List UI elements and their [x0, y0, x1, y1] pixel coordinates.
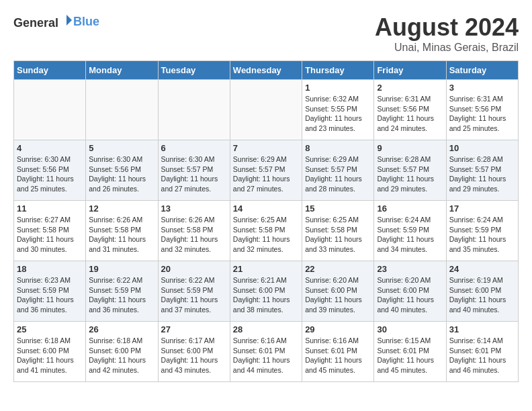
day-of-week-header: Sunday [14, 61, 86, 80]
day-info: Sunrise: 6:25 AM Sunset: 5:58 PM Dayligh… [305, 215, 371, 255]
calendar-cell: 4Sunrise: 6:30 AM Sunset: 5:56 PM Daylig… [14, 140, 86, 201]
day-number: 18 [17, 264, 83, 274]
day-info: Sunrise: 6:29 AM Sunset: 5:57 PM Dayligh… [305, 154, 371, 194]
calendar-cell: 1Sunrise: 6:32 AM Sunset: 5:55 PM Daylig… [302, 80, 374, 140]
day-info: Sunrise: 6:22 AM Sunset: 5:59 PM Dayligh… [89, 275, 154, 315]
calendar-cell [230, 80, 302, 140]
day-of-week-header: Tuesday [158, 61, 230, 80]
day-number: 29 [305, 324, 371, 334]
day-info: Sunrise: 6:26 AM Sunset: 5:58 PM Dayligh… [89, 215, 154, 255]
day-of-week-header: Thursday [302, 61, 374, 80]
day-of-week-header: Friday [374, 61, 446, 80]
calendar-cell: 30Sunrise: 6:15 AM Sunset: 6:01 PM Dayli… [374, 322, 446, 382]
day-number: 23 [377, 264, 443, 274]
calendar-cell: 28Sunrise: 6:16 AM Sunset: 6:01 PM Dayli… [230, 322, 302, 382]
calendar-cell: 17Sunrise: 6:24 AM Sunset: 5:59 PM Dayli… [446, 201, 518, 261]
calendar: SundayMondayTuesdayWednesdayThursdayFrid… [13, 60, 519, 382]
day-number: 2 [377, 83, 443, 93]
day-number: 3 [449, 83, 515, 93]
day-number: 19 [89, 264, 154, 274]
day-info: Sunrise: 6:14 AM Sunset: 6:01 PM Dayligh… [449, 336, 515, 375]
day-number: 6 [161, 143, 227, 153]
header: General Blue August 2024 Unai, Minas Ger… [13, 13, 519, 54]
day-info: Sunrise: 6:24 AM Sunset: 5:59 PM Dayligh… [377, 215, 443, 255]
day-number: 26 [89, 324, 154, 334]
day-info: Sunrise: 6:27 AM Sunset: 5:58 PM Dayligh… [17, 215, 83, 255]
day-info: Sunrise: 6:30 AM Sunset: 5:56 PM Dayligh… [89, 154, 154, 194]
day-of-week-header: Saturday [446, 61, 518, 80]
day-info: Sunrise: 6:26 AM Sunset: 5:58 PM Dayligh… [161, 215, 227, 255]
calendar-cell: 24Sunrise: 6:19 AM Sunset: 6:00 PM Dayli… [446, 261, 518, 322]
day-info: Sunrise: 6:32 AM Sunset: 5:55 PM Dayligh… [305, 94, 371, 134]
day-info: Sunrise: 6:25 AM Sunset: 5:58 PM Dayligh… [233, 215, 299, 255]
day-info: Sunrise: 6:28 AM Sunset: 5:57 PM Dayligh… [377, 154, 443, 194]
day-info: Sunrise: 6:18 AM Sunset: 6:00 PM Dayligh… [17, 336, 83, 375]
day-of-week-header: Monday [86, 61, 158, 80]
month-year: August 2024 [375, 13, 519, 42]
day-number: 12 [89, 203, 154, 214]
day-number: 10 [449, 143, 515, 153]
day-number: 30 [377, 324, 443, 334]
logo-general-text: General [13, 16, 58, 30]
day-info: Sunrise: 6:23 AM Sunset: 5:59 PM Dayligh… [17, 275, 83, 315]
calendar-cell: 3Sunrise: 6:31 AM Sunset: 5:56 PM Daylig… [446, 80, 518, 140]
calendar-cell: 13Sunrise: 6:26 AM Sunset: 5:58 PM Dayli… [158, 201, 230, 261]
day-info: Sunrise: 6:16 AM Sunset: 6:01 PM Dayligh… [305, 336, 371, 375]
calendar-cell: 25Sunrise: 6:18 AM Sunset: 6:00 PM Dayli… [14, 322, 86, 382]
logo-blue-text: Blue [73, 15, 99, 28]
calendar-cell: 5Sunrise: 6:30 AM Sunset: 5:56 PM Daylig… [86, 140, 158, 201]
calendar-cell: 22Sunrise: 6:20 AM Sunset: 6:00 PM Dayli… [302, 261, 374, 322]
day-number: 15 [305, 203, 371, 214]
day-info: Sunrise: 6:18 AM Sunset: 6:00 PM Dayligh… [89, 336, 154, 375]
day-number: 20 [161, 264, 227, 274]
day-info: Sunrise: 6:22 AM Sunset: 5:59 PM Dayligh… [161, 275, 227, 315]
calendar-cell: 14Sunrise: 6:25 AM Sunset: 5:58 PM Dayli… [230, 201, 302, 261]
calendar-cell: 20Sunrise: 6:22 AM Sunset: 5:59 PM Dayli… [158, 261, 230, 322]
day-number: 31 [449, 324, 515, 334]
day-number: 24 [449, 264, 515, 274]
calendar-cell [86, 80, 158, 140]
calendar-cell: 26Sunrise: 6:18 AM Sunset: 6:00 PM Dayli… [86, 322, 158, 382]
day-info: Sunrise: 6:29 AM Sunset: 5:57 PM Dayligh… [233, 154, 299, 194]
calendar-cell: 21Sunrise: 6:21 AM Sunset: 6:00 PM Dayli… [230, 261, 302, 322]
calendar-cell: 18Sunrise: 6:23 AM Sunset: 5:59 PM Dayli… [14, 261, 86, 322]
day-info: Sunrise: 6:21 AM Sunset: 6:00 PM Dayligh… [233, 275, 299, 315]
day-info: Sunrise: 6:30 AM Sunset: 5:56 PM Dayligh… [17, 154, 83, 194]
calendar-cell: 16Sunrise: 6:24 AM Sunset: 5:59 PM Dayli… [374, 201, 446, 261]
day-number: 4 [17, 143, 83, 153]
day-info: Sunrise: 6:16 AM Sunset: 6:01 PM Dayligh… [233, 336, 299, 375]
calendar-cell: 23Sunrise: 6:20 AM Sunset: 6:00 PM Dayli… [374, 261, 446, 322]
day-info: Sunrise: 6:20 AM Sunset: 6:00 PM Dayligh… [377, 275, 443, 315]
calendar-cell: 9Sunrise: 6:28 AM Sunset: 5:57 PM Daylig… [374, 140, 446, 201]
logo-icon [60, 13, 73, 27]
day-info: Sunrise: 6:28 AM Sunset: 5:57 PM Dayligh… [449, 154, 515, 194]
calendar-cell: 31Sunrise: 6:14 AM Sunset: 6:01 PM Dayli… [446, 322, 518, 382]
day-info: Sunrise: 6:19 AM Sunset: 6:00 PM Dayligh… [449, 275, 515, 315]
day-number: 25 [17, 324, 83, 334]
day-number: 28 [233, 324, 299, 334]
calendar-cell: 12Sunrise: 6:26 AM Sunset: 5:58 PM Dayli… [86, 201, 158, 261]
calendar-cell: 15Sunrise: 6:25 AM Sunset: 5:58 PM Dayli… [302, 201, 374, 261]
day-info: Sunrise: 6:24 AM Sunset: 5:59 PM Dayligh… [449, 215, 515, 255]
calendar-cell [158, 80, 230, 140]
day-number: 8 [305, 143, 371, 153]
calendar-cell: 29Sunrise: 6:16 AM Sunset: 6:01 PM Dayli… [302, 322, 374, 382]
day-info: Sunrise: 6:31 AM Sunset: 5:56 PM Dayligh… [377, 94, 443, 134]
calendar-cell: 10Sunrise: 6:28 AM Sunset: 5:57 PM Dayli… [446, 140, 518, 201]
calendar-cell: 19Sunrise: 6:22 AM Sunset: 5:59 PM Dayli… [86, 261, 158, 322]
day-number: 1 [305, 83, 371, 93]
calendar-cell: 6Sunrise: 6:30 AM Sunset: 5:57 PM Daylig… [158, 140, 230, 201]
calendar-cell: 7Sunrise: 6:29 AM Sunset: 5:57 PM Daylig… [230, 140, 302, 201]
calendar-cell [14, 80, 86, 140]
day-info: Sunrise: 6:17 AM Sunset: 6:00 PM Dayligh… [161, 336, 227, 375]
calendar-cell: 8Sunrise: 6:29 AM Sunset: 5:57 PM Daylig… [302, 140, 374, 201]
day-number: 16 [377, 203, 443, 214]
day-info: Sunrise: 6:31 AM Sunset: 5:56 PM Dayligh… [449, 94, 515, 134]
day-number: 17 [449, 203, 515, 214]
day-number: 27 [161, 324, 227, 334]
day-info: Sunrise: 6:15 AM Sunset: 6:01 PM Dayligh… [377, 336, 443, 375]
day-number: 13 [161, 203, 227, 214]
calendar-cell: 27Sunrise: 6:17 AM Sunset: 6:00 PM Dayli… [158, 322, 230, 382]
location: Unai, Minas Gerais, Brazil [375, 42, 519, 54]
day-info: Sunrise: 6:30 AM Sunset: 5:57 PM Dayligh… [161, 154, 227, 194]
